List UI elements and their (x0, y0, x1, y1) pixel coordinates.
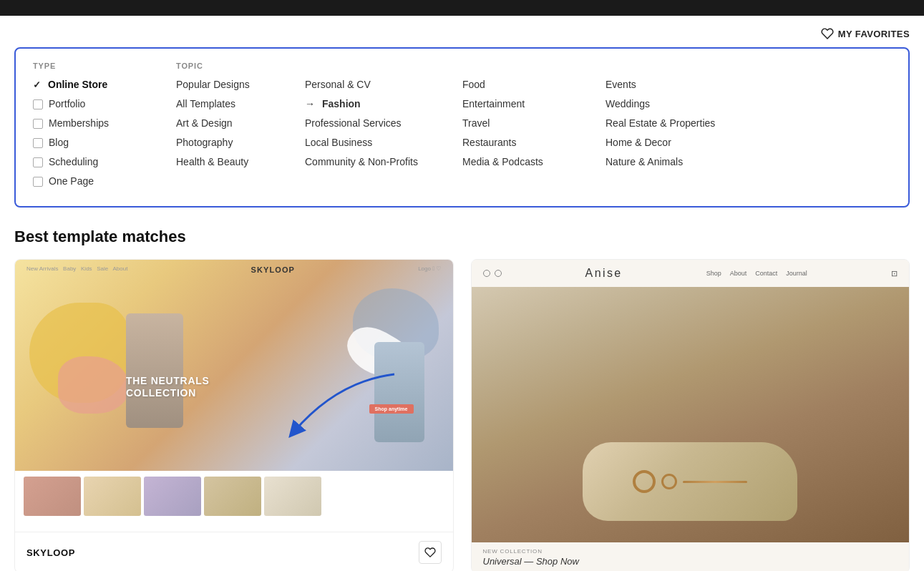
section-title: Best template matches (14, 228, 910, 246)
checkmark-icon: ✓ (33, 78, 41, 92)
topic-label-spacer3 (606, 62, 777, 70)
page-wrapper: MY FAVORITES TYPE ✓ Online Store Portfol… (0, 16, 924, 571)
skyloop-preview: New Arrivals Baby Kids Sale About SKYLOO… (15, 260, 453, 532)
topic-item-label: Local Business (305, 135, 372, 150)
anise-nav-about: About (730, 270, 747, 277)
type-item-online-store[interactable]: ✓ Online Store (33, 77, 176, 92)
skyloop-nav-links: New Arrivals Baby Kids Sale About (26, 265, 127, 274)
checkbox-icon (33, 119, 43, 129)
topic-local-business[interactable]: Local Business (305, 135, 462, 150)
topic-item-label: Real Estate & Properties (606, 116, 715, 131)
topic-item-label: Health & Beauty (176, 155, 248, 170)
skyloop-brand: SKYLOOP (251, 265, 296, 274)
type-item-label: Online Store (48, 77, 107, 92)
anise-nav-shop: Shop (706, 270, 721, 277)
skyloop-favorite-button[interactable] (419, 541, 442, 564)
anise-chain (683, 481, 747, 483)
filter-box: TYPE ✓ Online Store Portfolio Membership… (14, 47, 910, 208)
type-item-scheduling[interactable]: Scheduling (33, 155, 176, 170)
skyloop-thumbs (15, 471, 453, 522)
type-item-label: Memberships (49, 116, 109, 131)
anise-nav: Anise Shop About Contact Journal ⊡ (472, 260, 910, 287)
topic-events[interactable]: Events (606, 77, 777, 92)
anise-shop-line: Universal — Shop Now (483, 556, 898, 567)
topic-item-label: Photography (176, 135, 233, 150)
topic-item-label: All Templates (176, 97, 235, 112)
topic-label: TOPIC (176, 62, 305, 70)
anise-nav-contact: Contact (755, 270, 777, 277)
templates-grid: New Arrivals Baby Kids Sale About SKYLOO… (14, 259, 910, 571)
top-bar (0, 0, 924, 16)
skyloop-main-preview: New Arrivals Baby Kids Sale About SKYLOO… (15, 260, 453, 471)
topic-home-decor[interactable]: Home & Decor (606, 135, 777, 150)
anise-stone (583, 442, 797, 521)
checkbox-icon (33, 177, 43, 187)
type-item-one-page[interactable]: One Page (33, 174, 176, 189)
topic-item-label: Events (606, 77, 636, 92)
topic-media[interactable]: Media & Podcasts (462, 155, 606, 170)
topic-entertainment[interactable]: Entertainment (462, 97, 606, 112)
skyloop-thumb-4 (204, 477, 261, 516)
anise-ring-1 (633, 470, 656, 493)
topic-item-label: Food (462, 77, 485, 92)
anise-ring-2 (661, 474, 677, 489)
topic-all-templates[interactable]: All Templates (176, 97, 305, 112)
topic-professional-services[interactable]: Professional Services (305, 116, 462, 131)
type-item-label: One Page (49, 174, 94, 189)
topic-item-label: Popular Designs (176, 77, 250, 92)
header-row: MY FAVORITES (14, 27, 910, 40)
topic-personal-cv[interactable]: Personal & CV (305, 77, 462, 92)
topic-food[interactable]: Food (462, 77, 606, 92)
topic-travel[interactable]: Travel (462, 116, 606, 131)
topic-column-1: TOPIC Popular Designs All Templates Art … (176, 62, 305, 193)
checkbox-icon (33, 157, 43, 167)
anise-jewelry (633, 470, 747, 493)
topic-real-estate[interactable]: Real Estate & Properties (606, 116, 777, 131)
skyloop-card-footer: SKYLOOP (15, 532, 453, 571)
topic-item-label: Community & Non-Profits (305, 155, 418, 170)
topic-item-label: Professional Services (305, 116, 402, 131)
topic-label-spacer (305, 62, 462, 70)
topic-weddings[interactable]: Weddings (606, 97, 777, 112)
type-label: TYPE (33, 62, 176, 70)
heart-outline-icon (424, 547, 436, 558)
topic-column-3: Food Entertainment Travel Restaurants Me… (462, 62, 606, 193)
type-item-blog[interactable]: Blog (33, 135, 176, 150)
topic-item-label: Personal & CV (305, 77, 371, 92)
topic-label-spacer2 (462, 62, 606, 70)
skyloop-name: SKYLOOP (26, 547, 75, 558)
anise-brand: Anise (585, 267, 623, 280)
type-item-label: Portfolio (49, 97, 85, 112)
template-card-skyloop[interactable]: New Arrivals Baby Kids Sale About SKYLOO… (14, 259, 454, 571)
topic-photography[interactable]: Photography (176, 135, 305, 150)
topic-community[interactable]: Community & Non-Profits (305, 155, 462, 170)
topic-fashion[interactable]: → Fashion (305, 97, 462, 112)
anise-dot-1 (483, 270, 490, 277)
type-item-memberships[interactable]: Memberships (33, 116, 176, 131)
topic-popular-designs[interactable]: Popular Designs (176, 77, 305, 92)
topic-art-design[interactable]: Art & Design (176, 116, 305, 131)
topic-nature[interactable]: Nature & Animals (606, 155, 777, 170)
type-item-label: Scheduling (49, 155, 98, 170)
topic-column-4: Events Weddings Real Estate & Properties… (606, 62, 777, 193)
anise-nav-icons (483, 270, 502, 277)
skyloop-thumb-1 (24, 477, 81, 516)
topic-restaurants[interactable]: Restaurants (462, 135, 606, 150)
anise-nav-links: Shop About Contact Journal (706, 270, 807, 277)
anise-cart-icon: ⊡ (891, 269, 898, 278)
topic-item-label: Media & Podcasts (462, 155, 543, 170)
checkbox-icon (33, 99, 43, 109)
template-card-anise[interactable]: Anise Shop About Contact Journal ⊡ (471, 259, 910, 571)
skyloop-thumb-5 (264, 477, 321, 516)
skyloop-nav-icons: Logo  ♡ (418, 265, 441, 274)
skyloop-child-image-1 (126, 313, 183, 428)
skyloop-child-image-2 (374, 342, 424, 442)
anise-preview: Anise Shop About Contact Journal ⊡ (472, 260, 910, 571)
topic-health-beauty[interactable]: Health & Beauty (176, 155, 305, 170)
topic-item-label: Fashion (322, 97, 361, 112)
type-item-portfolio[interactable]: Portfolio (33, 97, 176, 112)
checkbox-icon (33, 138, 43, 148)
heart-icon (821, 27, 834, 40)
my-favorites-button[interactable]: MY FAVORITES (821, 27, 910, 40)
anise-dot-2 (495, 270, 502, 277)
